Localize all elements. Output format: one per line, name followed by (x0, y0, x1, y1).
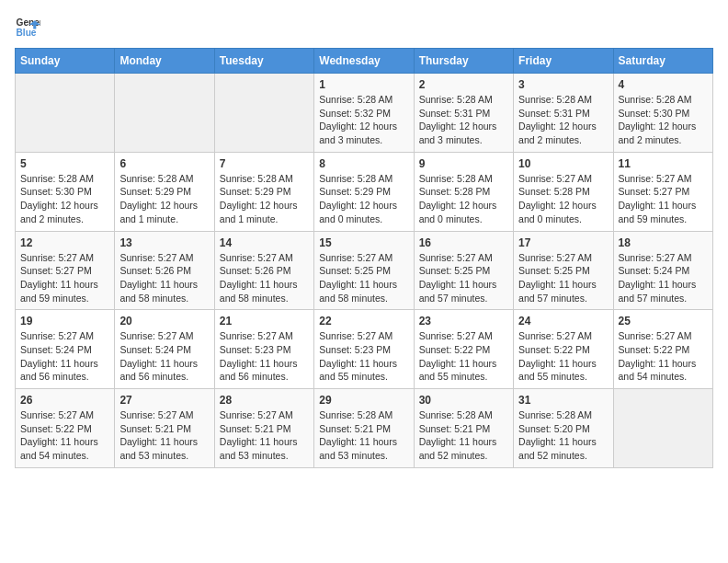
day-info: Sunrise: 5:27 AM Sunset: 5:25 PM Dayligh… (319, 251, 408, 305)
calendar-cell: 23Sunrise: 5:27 AM Sunset: 5:22 PM Dayli… (414, 310, 513, 389)
day-of-week-header: Thursday (414, 49, 513, 74)
day-number: 20 (119, 315, 209, 327)
day-of-week-header: Saturday (613, 49, 712, 74)
calendar-cell: 12Sunrise: 5:27 AM Sunset: 5:27 PM Dayli… (16, 231, 115, 310)
day-info: Sunrise: 5:28 AM Sunset: 5:29 PM Dayligh… (319, 172, 408, 226)
day-info: Sunrise: 5:27 AM Sunset: 5:28 PM Dayligh… (518, 172, 608, 226)
calendar-week-row: 26Sunrise: 5:27 AM Sunset: 5:22 PM Dayli… (16, 389, 713, 468)
calendar-week-row: 12Sunrise: 5:27 AM Sunset: 5:27 PM Dayli… (16, 231, 713, 310)
day-info: Sunrise: 5:28 AM Sunset: 5:28 PM Dayligh… (419, 172, 508, 226)
calendar-body: 1Sunrise: 5:28 AM Sunset: 5:32 PM Daylig… (16, 74, 713, 468)
day-info: Sunrise: 5:27 AM Sunset: 5:24 PM Dayligh… (619, 251, 708, 305)
day-of-week-header: Tuesday (214, 49, 313, 74)
day-number: 4 (619, 78, 708, 91)
calendar-cell: 24Sunrise: 5:27 AM Sunset: 5:22 PM Dayli… (514, 310, 613, 389)
day-info: Sunrise: 5:28 AM Sunset: 5:32 PM Dayligh… (319, 93, 408, 147)
day-number: 18 (619, 236, 708, 249)
calendar-cell: 26Sunrise: 5:27 AM Sunset: 5:22 PM Dayli… (16, 389, 115, 468)
calendar-cell: 22Sunrise: 5:27 AM Sunset: 5:23 PM Dayli… (314, 310, 414, 389)
calendar-cell: 10Sunrise: 5:27 AM Sunset: 5:28 PM Dayli… (514, 152, 613, 231)
day-info: Sunrise: 5:28 AM Sunset: 5:31 PM Dayligh… (419, 93, 508, 147)
calendar-cell (16, 74, 115, 153)
calendar-week-row: 19Sunrise: 5:27 AM Sunset: 5:24 PM Dayli… (16, 310, 713, 389)
day-number: 5 (20, 157, 109, 170)
day-info: Sunrise: 5:28 AM Sunset: 5:21 PM Dayligh… (319, 408, 408, 463)
day-number: 31 (518, 394, 608, 407)
calendar-table: SundayMondayTuesdayWednesdayThursdayFrid… (15, 48, 713, 468)
calendar-cell (214, 74, 313, 153)
day-number: 8 (319, 157, 408, 170)
day-info: Sunrise: 5:27 AM Sunset: 5:22 PM Dayligh… (518, 329, 608, 384)
day-number: 24 (518, 315, 608, 327)
calendar-cell: 4Sunrise: 5:28 AM Sunset: 5:30 PM Daylig… (613, 74, 712, 153)
calendar-cell: 19Sunrise: 5:27 AM Sunset: 5:24 PM Dayli… (16, 310, 115, 389)
day-number: 14 (220, 236, 309, 249)
calendar-cell: 21Sunrise: 5:27 AM Sunset: 5:23 PM Dayli… (214, 310, 313, 389)
day-number: 3 (518, 78, 608, 91)
calendar-cell: 31Sunrise: 5:28 AM Sunset: 5:20 PM Dayli… (514, 389, 613, 468)
day-number: 10 (518, 157, 608, 170)
calendar-cell: 11Sunrise: 5:27 AM Sunset: 5:27 PM Dayli… (613, 152, 712, 231)
day-number: 16 (419, 236, 508, 249)
day-number: 9 (419, 157, 508, 170)
day-info: Sunrise: 5:28 AM Sunset: 5:21 PM Dayligh… (419, 408, 508, 463)
day-number: 15 (319, 236, 408, 249)
calendar-cell: 25Sunrise: 5:27 AM Sunset: 5:22 PM Dayli… (613, 310, 712, 389)
calendar-cell: 17Sunrise: 5:27 AM Sunset: 5:25 PM Dayli… (514, 231, 613, 310)
day-info: Sunrise: 5:27 AM Sunset: 5:27 PM Dayligh… (20, 251, 109, 305)
day-number: 2 (419, 78, 508, 91)
day-info: Sunrise: 5:27 AM Sunset: 5:22 PM Dayligh… (20, 408, 109, 463)
day-info: Sunrise: 5:28 AM Sunset: 5:30 PM Dayligh… (20, 172, 109, 226)
day-info: Sunrise: 5:27 AM Sunset: 5:21 PM Dayligh… (220, 408, 309, 463)
calendar-cell: 9Sunrise: 5:28 AM Sunset: 5:28 PM Daylig… (414, 152, 513, 231)
calendar-cell: 28Sunrise: 5:27 AM Sunset: 5:21 PM Dayli… (214, 389, 313, 468)
calendar-cell: 2Sunrise: 5:28 AM Sunset: 5:31 PM Daylig… (414, 74, 513, 153)
day-number: 30 (419, 394, 508, 407)
calendar-cell: 7Sunrise: 5:28 AM Sunset: 5:29 PM Daylig… (214, 152, 313, 231)
day-of-week-header: Friday (514, 49, 613, 74)
day-info: Sunrise: 5:28 AM Sunset: 5:29 PM Dayligh… (220, 172, 309, 226)
calendar-cell: 6Sunrise: 5:28 AM Sunset: 5:29 PM Daylig… (115, 152, 214, 231)
day-number: 1 (319, 78, 408, 91)
page-header: General Blue (15, 15, 713, 40)
day-number: 26 (20, 394, 109, 407)
day-number: 19 (20, 315, 109, 327)
day-info: Sunrise: 5:27 AM Sunset: 5:23 PM Dayligh… (319, 329, 408, 384)
day-number: 11 (619, 157, 708, 170)
calendar-week-row: 1Sunrise: 5:28 AM Sunset: 5:32 PM Daylig… (16, 74, 713, 153)
day-number: 22 (319, 315, 408, 327)
day-info: Sunrise: 5:27 AM Sunset: 5:26 PM Dayligh… (220, 251, 309, 305)
calendar-cell: 27Sunrise: 5:27 AM Sunset: 5:21 PM Dayli… (115, 389, 214, 468)
calendar-cell: 15Sunrise: 5:27 AM Sunset: 5:25 PM Dayli… (314, 231, 414, 310)
day-number: 13 (119, 236, 209, 249)
day-number: 28 (220, 394, 309, 407)
day-info: Sunrise: 5:28 AM Sunset: 5:29 PM Dayligh… (119, 172, 209, 226)
calendar-cell: 16Sunrise: 5:27 AM Sunset: 5:25 PM Dayli… (414, 231, 513, 310)
calendar-cell: 8Sunrise: 5:28 AM Sunset: 5:29 PM Daylig… (314, 152, 414, 231)
day-of-week-header: Monday (115, 49, 214, 74)
calendar-cell: 18Sunrise: 5:27 AM Sunset: 5:24 PM Dayli… (613, 231, 712, 310)
calendar-cell: 3Sunrise: 5:28 AM Sunset: 5:31 PM Daylig… (514, 74, 613, 153)
day-of-week-header: Wednesday (314, 49, 414, 74)
day-info: Sunrise: 5:27 AM Sunset: 5:24 PM Dayligh… (119, 329, 209, 384)
day-of-week-header: Sunday (16, 49, 115, 74)
day-info: Sunrise: 5:28 AM Sunset: 5:31 PM Dayligh… (518, 93, 608, 147)
calendar-cell: 13Sunrise: 5:27 AM Sunset: 5:26 PM Dayli… (115, 231, 214, 310)
day-info: Sunrise: 5:27 AM Sunset: 5:21 PM Dayligh… (119, 408, 209, 463)
day-info: Sunrise: 5:27 AM Sunset: 5:26 PM Dayligh… (119, 251, 209, 305)
calendar-cell: 29Sunrise: 5:28 AM Sunset: 5:21 PM Dayli… (314, 389, 414, 468)
logo: General Blue (15, 15, 40, 40)
day-number: 27 (119, 394, 209, 407)
calendar-cell (613, 389, 712, 468)
calendar-cell: 5Sunrise: 5:28 AM Sunset: 5:30 PM Daylig… (16, 152, 115, 231)
day-info: Sunrise: 5:28 AM Sunset: 5:30 PM Dayligh… (619, 93, 708, 147)
day-info: Sunrise: 5:27 AM Sunset: 5:22 PM Dayligh… (419, 329, 508, 384)
day-number: 29 (319, 394, 408, 407)
svg-text:Blue: Blue (17, 28, 37, 38)
calendar-week-row: 5Sunrise: 5:28 AM Sunset: 5:30 PM Daylig… (16, 152, 713, 231)
day-info: Sunrise: 5:28 AM Sunset: 5:20 PM Dayligh… (518, 408, 608, 463)
calendar-cell: 14Sunrise: 5:27 AM Sunset: 5:26 PM Dayli… (214, 231, 313, 310)
calendar-cell: 1Sunrise: 5:28 AM Sunset: 5:32 PM Daylig… (314, 74, 414, 153)
day-number: 17 (518, 236, 608, 249)
logo-icon: General Blue (15, 15, 40, 40)
